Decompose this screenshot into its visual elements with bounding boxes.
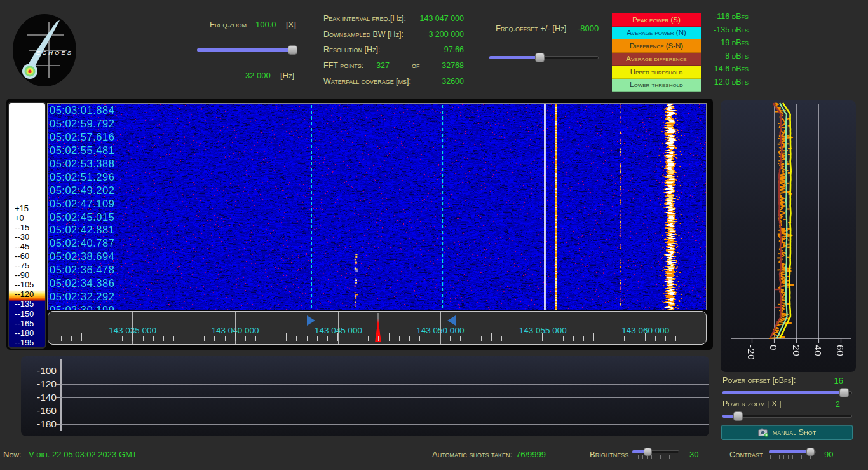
frequency-minor-tick (337, 333, 338, 341)
spectrum-profile-panel[interactable]: -200204060 (721, 100, 856, 372)
frequency-minor-tick (61, 336, 62, 341)
frequency-minor-tick (71, 336, 72, 341)
stat-row: FFT points: 327 of 32768 (323, 59, 464, 74)
frequency-minor-tick (563, 336, 564, 341)
power-offset-slider-fill (722, 391, 846, 394)
freq-zoom-bw-value: 32 000 (245, 71, 271, 80)
frequency-minor-tick (225, 336, 226, 341)
frequency-minor-tick (153, 336, 154, 341)
auto-shots-value: 76/9999 (516, 450, 546, 459)
power-graph-gridline (60, 397, 709, 398)
scale-label: --60 (9, 251, 45, 261)
legend-button[interactable]: Peak power (S) (612, 13, 701, 27)
spectrum-x-label: 0 (768, 345, 779, 350)
waterfall-panel: +15+0--15--30--45--60--75--90--105--120-… (6, 99, 713, 350)
frequency-minor-tick (214, 336, 215, 341)
freq-zoom-slider-handle[interactable] (288, 45, 297, 55)
spectrum-x-label: -20 (746, 345, 757, 361)
power-graph-gridline (60, 411, 709, 411)
freq-offset-value: -8000 (578, 24, 599, 33)
frequency-minor-tick (92, 336, 92, 341)
frequency-axis[interactable]: 143 035 000143 040 000143 045 000143 050… (48, 311, 707, 345)
legend-button[interactable]: Lower threshold (612, 79, 701, 92)
scale-label: --180 (9, 328, 45, 338)
frequency-minor-tick (358, 336, 358, 341)
power-graph-y-axis (60, 359, 62, 431)
frequency-minor-tick (440, 333, 440, 341)
frequency-minor-tick (255, 336, 256, 341)
scale-label: --135 (9, 299, 45, 308)
power-graph-gridline (60, 384, 709, 385)
power-graph-tick (56, 371, 60, 371)
freq-offset-label: Freq.offset +/- [Hz] (496, 24, 566, 33)
power-offset-slider[interactable] (722, 388, 852, 397)
freq-zoom-slider[interactable] (197, 45, 297, 55)
spectrum-x-label: 60 (835, 345, 846, 357)
stat-row: Resolution [Hz]: 97.66 (323, 43, 464, 59)
camera-icon (758, 428, 769, 437)
frequency-minor-tick (307, 336, 308, 341)
stat-label: Waterfall coverage [ms]: (323, 77, 411, 86)
frequency-minor-tick (173, 336, 174, 341)
frequency-minor-tick (481, 336, 482, 341)
frequency-minor-tick (593, 333, 594, 341)
legend-button[interactable]: Upper threshold (612, 66, 701, 79)
brightness-slider-ticks (634, 455, 678, 459)
stat-value: 3 200 000 (428, 30, 464, 39)
freq-zoom-value: 100.0 (255, 20, 276, 29)
frequency-minor-tick (532, 336, 532, 341)
frequency-minor-tick (317, 336, 318, 341)
frequency-minor-tick (184, 333, 184, 341)
legend-button[interactable]: Average power (N) (612, 27, 701, 40)
scale-label: --150 (9, 309, 45, 319)
contrast-slider-ticks (770, 455, 815, 459)
contrast-slider[interactable] (769, 448, 816, 457)
frequency-minor-tick (399, 336, 400, 341)
power-history-graph[interactable]: -100-120-140-160-180 (21, 356, 709, 436)
stat-row: Peak interval freq.[Hz]: 143 047 000 (323, 11, 464, 27)
svg-text:ECHOES: ECHOES (36, 49, 73, 56)
manual-shot-button[interactable]: manual Shot (721, 425, 853, 440)
stat-row: Downsampled BW [Hz]: 3 200 000 (323, 27, 464, 43)
frequency-minor-tick (286, 333, 287, 341)
stat-label: Peak interval freq.[Hz]: (323, 14, 406, 23)
frequency-minor-tick (296, 336, 297, 341)
stat-value: 32768 (442, 61, 464, 70)
frequency-minor-tick (553, 336, 553, 341)
stat-row: Waterfall coverage [ms]: 32600 (323, 74, 464, 90)
legend-button[interactable]: Difference (S-N) (612, 39, 701, 53)
frequency-minor-tick (368, 336, 369, 341)
brightness-slider[interactable] (632, 448, 679, 457)
power-zoom-slider[interactable] (722, 411, 852, 421)
auto-shots-label: Automatic shots taken: (432, 450, 512, 459)
frequency-minor-tick (471, 336, 471, 341)
interval-marker-arrow-right[interactable] (307, 315, 315, 326)
timestamp: 05:02:49.202 (50, 184, 164, 197)
frequency-minor-tick (430, 336, 430, 341)
frequency-minor-tick (132, 333, 133, 341)
interval-marker-arrow-left[interactable] (447, 315, 456, 326)
frequency-minor-tick (460, 336, 461, 341)
frequency-minor-tick (512, 336, 512, 341)
spectrum-profile-canvas[interactable] (721, 100, 856, 372)
power-offset-slider-handle[interactable] (839, 388, 849, 397)
freq-offset-slider-handle[interactable] (535, 53, 545, 62)
frequency-minor-tick (604, 336, 604, 341)
frequency-minor-tick (419, 336, 420, 341)
scale-label: --75 (9, 261, 45, 270)
power-zoom-label: Power zoom [ X ] (722, 399, 782, 408)
power-zoom-slider-handle[interactable] (733, 411, 743, 421)
power-graph-tick (56, 411, 60, 411)
legend-button[interactable]: Average difference (612, 53, 701, 66)
scale-labels: +15+0--15--30--45--60--75--90--105--120-… (9, 103, 45, 347)
power-graph-y-label: -100 (37, 365, 57, 377)
frequency-minor-tick (389, 333, 390, 341)
frequency-minor-tick (450, 336, 451, 341)
stat-label: Downsampled BW [Hz]: (323, 30, 403, 39)
measurement-value: 8 dBfs (699, 52, 749, 65)
timestamp: 05:03:01.884 (50, 104, 164, 117)
timestamp: 05:02:40.787 (50, 237, 164, 250)
freq-offset-slider[interactable] (489, 53, 599, 62)
stat-value: 97.66 (444, 45, 464, 54)
frequency-minor-tick (348, 336, 348, 341)
